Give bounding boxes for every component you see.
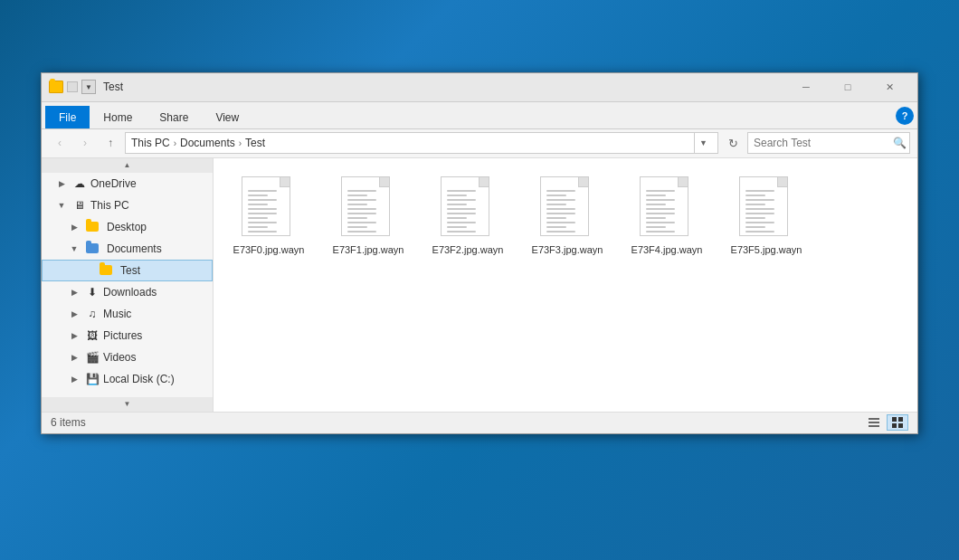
sidebar-item-documents[interactable]: ▼ Documents: [42, 238, 213, 260]
quick-access-icon-2[interactable]: ▼: [81, 80, 96, 94]
up-button[interactable]: ↑: [100, 132, 121, 154]
file-icon-5: [739, 176, 793, 240]
tab-home[interactable]: Home: [90, 106, 146, 128]
grid-view-button[interactable]: [887, 414, 908, 431]
file-icon-4: [640, 176, 694, 240]
address-bar[interactable]: This PC › Documents › Test ▼: [125, 132, 718, 154]
file-item-4[interactable]: E73F4.jpg.wayn: [626, 173, 707, 260]
file-name-1: E73F1.jpg.wayn: [333, 243, 404, 256]
minimize-button[interactable]: ─: [785, 73, 827, 100]
list-view-button[interactable]: [863, 414, 885, 431]
search-box: 🔍: [747, 132, 910, 154]
expander-music[interactable]: ▶: [67, 307, 81, 321]
svg-rect-3: [892, 417, 897, 422]
file-item-2[interactable]: E73F2.jpg.wayn: [427, 173, 508, 260]
sidebar-label-local-disk: Local Disk (C:): [103, 373, 175, 385]
file-name-5: E73F5.jpg.wayn: [731, 243, 802, 256]
tab-view[interactable]: View: [202, 106, 252, 128]
documents-folder-icon: [85, 242, 100, 256]
sidebar-item-desktop[interactable]: ▶ Desktop: [42, 216, 213, 238]
sidebar-item-downloads[interactable]: ▶ ⬇ Downloads: [42, 281, 213, 303]
sidebar-label-thispc: This PC: [90, 199, 129, 212]
sidebar-label-videos: Videos: [103, 351, 136, 364]
file-name-0: E73F0.jpg.wayn: [233, 243, 305, 256]
file-name-2: E73F2.jpg.wayn: [432, 243, 504, 256]
expander-test: [81, 263, 95, 278]
address-dropdown-button[interactable]: ▼: [694, 132, 712, 154]
file-icon-0: [242, 176, 296, 240]
address-segment-thispc[interactable]: This PC: [131, 137, 170, 149]
nav-bar: ‹ › ↑ This PC › Documents › Test ▼ ↻ 🔍: [42, 129, 917, 158]
file-icon-2: [441, 176, 495, 240]
file-item-3[interactable]: E73F3.jpg.wayn: [527, 173, 608, 260]
sidebar-wrapper: ▲ ▶ ☁ OneDrive ▼ 🖥 This PC ▶: [42, 158, 214, 412]
file-name-4: E73F4.jpg.wayn: [631, 243, 703, 256]
window-controls: ─ □ ✕: [785, 73, 910, 100]
ribbon-tabs: File Home Share View ?: [42, 102, 917, 129]
expander-documents[interactable]: ▼: [67, 242, 81, 256]
sidebar-item-test[interactable]: Test: [42, 260, 213, 281]
forward-button[interactable]: ›: [74, 132, 96, 154]
sidebar-scroll-up-button[interactable]: ▲: [42, 158, 214, 173]
back-button[interactable]: ‹: [49, 132, 71, 154]
tab-share[interactable]: Share: [146, 106, 202, 128]
sidebar: ▶ ☁ OneDrive ▼ 🖥 This PC ▶ Desktop: [42, 173, 214, 397]
expander-local-disk[interactable]: ▶: [67, 372, 81, 386]
sidebar-item-local-disk[interactable]: ▶ 💾 Local Disk (C:): [42, 368, 213, 390]
refresh-button[interactable]: ↻: [722, 132, 744, 154]
main-content: ▲ ▶ ☁ OneDrive ▼ 🖥 This PC ▶: [42, 158, 917, 412]
tab-file[interactable]: File: [45, 106, 90, 128]
grid-view-icon: [891, 416, 904, 429]
sidebar-item-onedrive[interactable]: ▶ ☁ OneDrive: [42, 173, 213, 195]
sidebar-label-test: Test: [120, 264, 140, 277]
sidebar-item-music[interactable]: ▶ ♫ Music: [42, 303, 213, 325]
app-icon-folder: [49, 81, 63, 93]
file-item-1[interactable]: E73F1.jpg.wayn: [328, 173, 409, 260]
file-item-0[interactable]: E73F0.jpg.wayn: [228, 173, 309, 260]
sidebar-label-downloads: Downloads: [103, 286, 157, 299]
expander-downloads[interactable]: ▶: [67, 285, 81, 299]
title-bar: ▼ Test ─ □ ✕: [42, 73, 917, 102]
onedrive-icon: ☁: [72, 176, 87, 191]
file-grid: E73F0.jpg.wayn: [214, 158, 917, 274]
expander-thispc[interactable]: ▼: [54, 198, 69, 213]
window-title: Test: [103, 81, 785, 93]
sidebar-scroll-down-button[interactable]: ▼: [42, 397, 214, 412]
maximize-button[interactable]: □: [827, 73, 869, 100]
help-button[interactable]: ?: [896, 107, 914, 125]
expander-videos[interactable]: ▶: [67, 350, 81, 365]
list-view-icon: [868, 416, 880, 429]
sidebar-item-thispc[interactable]: ▼ 🖥 This PC: [42, 195, 213, 216]
downloads-icon: ⬇: [85, 285, 100, 299]
expander-pictures[interactable]: ▶: [67, 328, 81, 343]
close-button[interactable]: ✕: [869, 73, 910, 100]
pictures-icon: 🖼: [85, 328, 100, 343]
sidebar-label-onedrive: OneDrive: [90, 177, 137, 190]
title-bar-icons: ▼: [49, 80, 96, 94]
sidebar-label-desktop: Desktop: [107, 221, 147, 233]
address-segment-documents[interactable]: Documents: [180, 137, 235, 149]
address-chevron-2: ›: [239, 138, 242, 148]
this-pc-icon: 🖥: [72, 198, 87, 213]
videos-icon: 🎬: [85, 350, 100, 365]
file-area: E73F0.jpg.wayn: [214, 158, 917, 412]
local-disk-icon: 💾: [85, 372, 100, 386]
svg-rect-0: [869, 418, 879, 420]
sidebar-label-documents: Documents: [107, 242, 162, 255]
file-icon-3: [540, 176, 594, 240]
file-item-5[interactable]: E73F5.jpg.wayn: [726, 173, 807, 260]
sidebar-item-pictures[interactable]: ▶ 🖼 Pictures: [42, 325, 213, 346]
svg-rect-4: [898, 417, 903, 422]
search-icon[interactable]: 🔍: [893, 137, 907, 149]
address-segment-test[interactable]: Test: [245, 137, 265, 149]
expander-desktop[interactable]: ▶: [67, 220, 81, 234]
svg-rect-1: [869, 422, 879, 423]
music-icon: ♫: [85, 307, 100, 321]
sidebar-label-music: Music: [103, 308, 131, 320]
quick-access-icon-1[interactable]: [67, 81, 78, 92]
sidebar-item-videos[interactable]: ▶ 🎬 Videos: [42, 346, 213, 368]
search-input[interactable]: [754, 137, 889, 149]
file-icon-1: [341, 176, 395, 240]
expander-onedrive[interactable]: ▶: [54, 176, 69, 191]
address-chevron-1: ›: [174, 138, 176, 148]
